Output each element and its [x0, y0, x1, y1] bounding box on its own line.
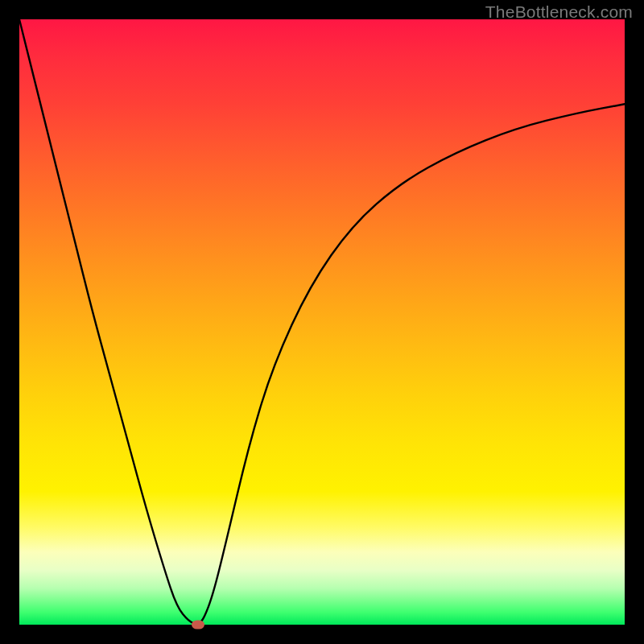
min-point-marker	[192, 621, 204, 630]
chart-stage: TheBottleneck.com	[0, 0, 644, 644]
plot-area	[19, 19, 625, 625]
bottleneck-curve	[19, 19, 625, 625]
